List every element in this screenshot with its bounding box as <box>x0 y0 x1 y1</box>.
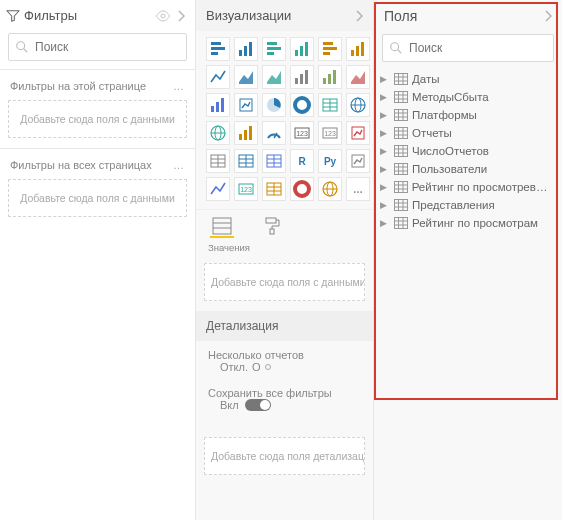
vis-power-apps-icon[interactable] <box>290 177 314 201</box>
vis-multi-card-icon[interactable]: 123 <box>318 121 342 145</box>
filters-header: Фильтры <box>0 0 195 31</box>
vis-stacked-bar-icon[interactable] <box>206 37 230 61</box>
drillthrough-dropzone[interactable]: Добавьте сюда поля детализации <box>204 437 365 475</box>
eye-icon[interactable] <box>155 10 171 22</box>
values-caption: Значения <box>196 240 373 259</box>
visualizations-grid: 123123RPy123… <box>196 31 373 209</box>
table-icon <box>394 127 408 139</box>
more-icon[interactable]: … <box>173 80 185 92</box>
svg-line-2 <box>24 49 28 53</box>
field-table-row[interactable]: ▶Представления <box>374 196 562 214</box>
field-table-row[interactable]: ▶Платформы <box>374 106 562 124</box>
vis-map-icon[interactable] <box>346 93 370 117</box>
filters-panel: Фильтры Фильтры на этой странице… Добавь… <box>0 0 196 520</box>
vis-card-icon[interactable]: 123 <box>290 121 314 145</box>
field-table-name: Пользователи <box>412 163 487 175</box>
field-table-name: Представления <box>412 199 495 211</box>
chevron-right-icon[interactable] <box>355 10 363 22</box>
table-icon <box>394 199 408 211</box>
field-table-row[interactable]: ▶Отчеты <box>374 124 562 142</box>
vis-pie-icon[interactable] <box>262 93 286 117</box>
vis-stacked-area-icon[interactable] <box>262 65 286 89</box>
table-icon <box>394 91 408 103</box>
vis-line-column-icon[interactable] <box>290 65 314 89</box>
svg-rect-16 <box>323 47 337 50</box>
vis-arcgis-icon[interactable] <box>318 177 342 201</box>
vis-decomposition-icon[interactable] <box>206 177 230 201</box>
vis-matrix-icon[interactable] <box>262 149 286 173</box>
vis-donut-icon[interactable] <box>290 93 314 117</box>
filters-page-dropzone[interactable]: Добавьте сюда поля с данными <box>8 100 187 138</box>
chevron-right-icon[interactable] <box>177 10 185 22</box>
drillthrough-header: Детализация <box>196 311 373 341</box>
svg-rect-11 <box>267 52 274 55</box>
values-dropzone[interactable]: Добавьте сюда поля с данными <box>204 263 365 301</box>
vis-kpi-icon[interactable] <box>346 121 370 145</box>
filters-search[interactable] <box>8 33 187 61</box>
svg-rect-112 <box>394 182 407 193</box>
field-table-row[interactable]: ▶Даты <box>374 70 562 88</box>
vis-treemap-icon[interactable] <box>318 93 342 117</box>
vis-ribbon-icon[interactable] <box>346 65 370 89</box>
svg-rect-23 <box>305 70 308 84</box>
vis-key-influencers-icon[interactable] <box>346 149 370 173</box>
filters-all-section: Фильтры на всех страницах… <box>0 149 195 175</box>
fields-well-icon <box>212 217 232 235</box>
vis-slicer-icon[interactable] <box>206 149 230 173</box>
svg-rect-21 <box>295 78 298 84</box>
vis-funnel-icon[interactable] <box>234 121 258 145</box>
vis-paginated-icon[interactable] <box>262 177 286 201</box>
field-table-row[interactable]: ▶Пользователи <box>374 160 562 178</box>
svg-text:123: 123 <box>296 130 308 137</box>
svg-rect-75 <box>213 218 231 234</box>
vis-hundred-bar-icon[interactable] <box>318 37 342 61</box>
vis-area-icon[interactable] <box>234 65 258 89</box>
fields-search-input[interactable] <box>409 41 547 55</box>
vis-clustered-bar-icon[interactable] <box>262 37 286 61</box>
fields-search[interactable] <box>382 34 554 62</box>
svg-rect-79 <box>270 229 274 234</box>
vis-stacked-column-icon[interactable] <box>234 37 258 61</box>
vis-line-clustered-icon[interactable] <box>318 65 342 89</box>
fields-title: Поля <box>384 8 544 24</box>
vis-line-icon[interactable] <box>206 65 230 89</box>
chevron-right-icon[interactable] <box>544 10 552 22</box>
vis-table-icon[interactable] <box>234 149 258 173</box>
svg-point-80 <box>391 43 399 51</box>
filters-all-dropzone[interactable]: Добавьте сюда поля с данными <box>8 179 187 217</box>
vis-clustered-column-icon[interactable] <box>290 37 314 61</box>
vis-gauge-icon[interactable] <box>262 121 286 145</box>
field-table-row[interactable]: ▶ЧислоОтчетов <box>374 142 562 160</box>
svg-rect-82 <box>395 74 408 85</box>
table-icon <box>394 73 408 85</box>
vis-waterfall-icon[interactable] <box>206 93 230 117</box>
svg-rect-10 <box>267 47 281 50</box>
format-well[interactable] <box>260 216 284 238</box>
field-table-row[interactable]: ▶Рейтинг по просмотревшим <box>374 178 562 196</box>
svg-rect-25 <box>328 74 331 84</box>
chevron-right-icon: ▶ <box>380 146 390 156</box>
table-icon <box>394 109 408 121</box>
svg-rect-5 <box>211 52 218 55</box>
vis-qa-icon[interactable]: 123 <box>234 177 258 201</box>
field-table-row[interactable]: ▶Рейтинг по просмотрам <box>374 214 562 232</box>
field-table-row[interactable]: ▶МетодыСбыта <box>374 88 562 106</box>
vis-custom-icon[interactable]: … <box>346 177 370 201</box>
vis-py-visual-icon[interactable]: Py <box>318 149 342 173</box>
svg-rect-8 <box>249 42 252 56</box>
vis-r-visual-icon[interactable]: R <box>290 149 314 173</box>
svg-rect-117 <box>395 200 408 211</box>
svg-rect-14 <box>305 42 308 56</box>
filters-search-input[interactable] <box>35 40 180 54</box>
svg-point-1 <box>17 42 25 50</box>
keep-filters-toggle[interactable]: Вкл <box>208 399 361 411</box>
more-icon[interactable]: … <box>173 159 185 171</box>
vis-filled-map-icon[interactable] <box>206 121 230 145</box>
cross-report-toggle[interactable]: Откл. O <box>208 361 361 373</box>
filters-page-section: Фильтры на этой странице… <box>0 70 195 96</box>
vis-scatter-icon[interactable] <box>234 93 258 117</box>
svg-rect-4 <box>211 47 225 50</box>
vis-hundred-column-icon[interactable] <box>346 37 370 61</box>
field-wells <box>196 209 373 240</box>
values-well[interactable] <box>210 216 234 238</box>
